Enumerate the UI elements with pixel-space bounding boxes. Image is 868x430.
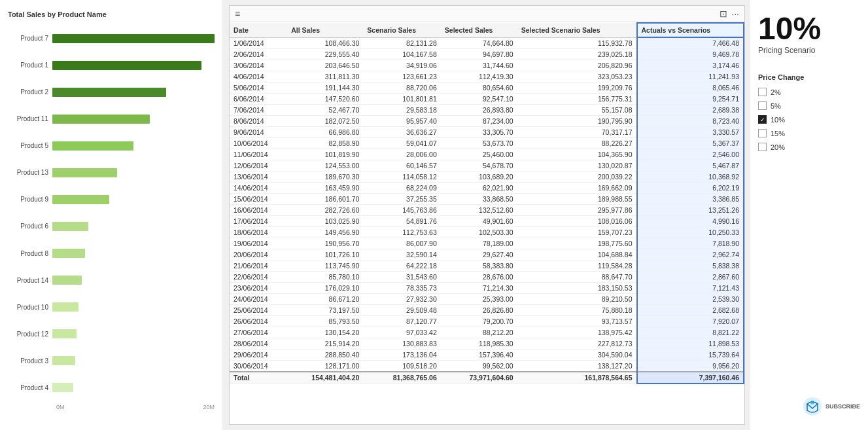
col-header-date: Date (230, 23, 287, 37)
total-row: Total154,481,404.2081,368,765.0673,971,6… (230, 372, 744, 384)
price-option-10%[interactable]: 10% (758, 115, 785, 124)
price-checkbox-10%[interactable] (758, 115, 767, 124)
table-cell: 99,562.00 (441, 361, 517, 372)
table-cell: 11,241.93 (637, 71, 744, 82)
table-cell: 163,459.90 (287, 183, 363, 194)
table-row: 17/06/2014103,025.9054,891.7649,901.6010… (230, 216, 744, 227)
table-cell: 149,456.90 (287, 227, 363, 238)
table-cell: 3/06/2014 (230, 60, 287, 71)
table-row: 28/06/2014215,914.20130,883.83118,985.30… (230, 338, 744, 349)
subscribe-label[interactable]: SUBSCRIBE (825, 403, 860, 410)
table-cell: 86,007.90 (363, 238, 440, 249)
table-cell: 112,753.63 (363, 227, 440, 238)
table-cell: 31,744.60 (441, 60, 517, 71)
table-cell: 25,393.00 (441, 294, 517, 305)
table-toolbar: ≡ ⊡ ··· (230, 6, 744, 22)
table-cell: 304,590.04 (517, 349, 637, 361)
price-checkbox-5%[interactable] (758, 101, 767, 110)
table-cell: 29,583.18 (363, 105, 440, 116)
table-row: 21/06/2014113,745.9064,222.1858,383.8011… (230, 260, 744, 272)
table-cell: 10/06/2014 (230, 138, 287, 149)
table-cell: 114,058.12 (363, 171, 440, 183)
table-cell: 29,509.48 (363, 305, 440, 316)
table-cell: 92,547.10 (441, 94, 517, 105)
price-option-15%[interactable]: 15% (758, 129, 785, 137)
bar-row: Product 12 (8, 327, 215, 341)
total-cell: 161,878,564.65 (517, 372, 637, 384)
table-cell: 24/06/2014 (230, 294, 287, 305)
bar-track (52, 276, 215, 285)
table-cell: 227,812.73 (517, 338, 637, 349)
table-cell: 8,723.40 (637, 116, 744, 127)
table-row: 8/06/2014182,072.5095,957.4087,234.00190… (230, 116, 744, 127)
table-cell: 138,127.20 (517, 361, 637, 372)
more-icon[interactable]: ··· (731, 9, 739, 19)
table-cell: 78,189.00 (441, 238, 517, 249)
bar-label: Product 11 (8, 115, 52, 122)
price-checkbox-2%[interactable] (758, 88, 767, 96)
table-row: 1/06/2014108,466.3082,131.2874,664.80115… (230, 37, 744, 49)
subscribe-area: SUBSCRIBE (802, 396, 860, 417)
table-cell: 182,072.50 (287, 116, 363, 127)
table-cell: 88,226.27 (517, 138, 637, 149)
table-cell: 130,020.87 (517, 160, 637, 171)
bar-label: Product 12 (8, 331, 52, 338)
table-cell: 16/06/2014 (230, 205, 287, 216)
table-row: 15/06/2014186,601.7037,255.3533,868.5018… (230, 194, 744, 205)
price-label-20%: 20% (771, 143, 785, 151)
table-cell: 21/06/2014 (230, 260, 287, 272)
scenario-label: Pricing Scenario (758, 46, 815, 55)
table-cell: 104,688.84 (517, 249, 637, 260)
price-option-2%[interactable]: 2% (758, 88, 785, 96)
price-option-5%[interactable]: 5% (758, 101, 785, 110)
table-cell: 5,467.87 (637, 160, 744, 171)
table-cell: 26,893.80 (441, 105, 517, 116)
table-cell: 108,016.06 (517, 216, 637, 227)
bar-row: Product 14 (8, 273, 215, 287)
table-cell: 95,957.40 (363, 116, 440, 127)
table-cell: 189,988.55 (517, 194, 637, 205)
table-cell: 58,383.80 (441, 260, 517, 272)
price-checkbox-15%[interactable] (758, 129, 767, 137)
chart-axis: 0M 20M (8, 404, 215, 410)
expand-icon[interactable]: ⊡ (720, 9, 727, 19)
bar-fill (52, 276, 82, 285)
table-cell: 124,553.00 (287, 160, 363, 171)
table-row: 23/06/2014176,029.1078,335.7371,214.3018… (230, 283, 744, 294)
bar-row: Product 5 (8, 139, 215, 153)
table-scroll[interactable]: DateAll SalesScenario SalesSelected Sale… (230, 22, 744, 424)
total-cell: Total (230, 372, 287, 384)
bar-track (52, 249, 215, 258)
table-cell: 10,368.92 (637, 171, 744, 183)
table-cell: 27,932.30 (363, 294, 440, 305)
table-cell: 2,962.74 (637, 249, 744, 260)
bar-row: Product 11 (8, 112, 215, 126)
table-cell: 26/06/2014 (230, 316, 287, 327)
table-row: 11/06/2014101,819.9028,006.0025,460.0010… (230, 149, 744, 160)
bar-fill (52, 329, 77, 338)
table-cell: 183,150.53 (517, 283, 637, 294)
bar-label: Product 1 (8, 62, 52, 69)
table-cell: 8,065.46 (637, 82, 744, 94)
bar-fill (52, 115, 150, 124)
price-option-20%[interactable]: 20% (758, 143, 785, 151)
table-cell: 79,200.70 (441, 316, 517, 327)
bar-label: Product 9 (8, 196, 52, 203)
table-cell: 19/06/2014 (230, 238, 287, 249)
total-cell: 81,368,765.06 (363, 372, 440, 384)
col-header-all-sales: All Sales (287, 23, 363, 37)
table-cell: 60,146.57 (363, 160, 440, 171)
price-checkbox-20%[interactable] (758, 143, 767, 151)
table-cell: 2,546.00 (637, 149, 744, 160)
table-panel: ≡ ⊡ ··· DateAll SalesScenario SalesSelec… (229, 5, 745, 425)
scenario-pct: 10% (758, 13, 821, 45)
bar-row: Product 13 (8, 166, 215, 180)
table-cell: 104,365.90 (517, 149, 637, 160)
drag-icon[interactable]: ≡ (235, 9, 240, 19)
bar-row: Product 1 (8, 58, 215, 73)
table-row: 14/06/2014163,459.9068,224.0962,021.9016… (230, 183, 744, 194)
bar-track (52, 115, 215, 124)
table-cell: 101,726.10 (287, 249, 363, 260)
table-cell: 59,041.07 (363, 138, 440, 149)
table-cell: 112,419.30 (441, 71, 517, 82)
